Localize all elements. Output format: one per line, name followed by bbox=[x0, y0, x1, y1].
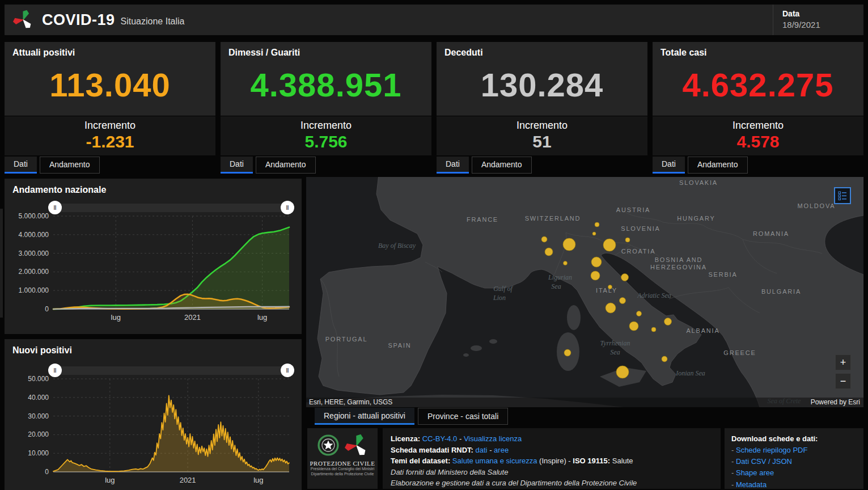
zoom-in-button[interactable]: + bbox=[835, 354, 851, 370]
country-label: ALBANIA bbox=[686, 327, 719, 334]
tab-dati[interactable]: Dati bbox=[221, 157, 253, 174]
rndt-line: Scheda metadati RNDT: dati - aree bbox=[391, 445, 713, 456]
zoom-out-button[interactable]: − bbox=[835, 373, 851, 389]
data-source-line: Dati forniti dal Ministero della Salute bbox=[391, 467, 713, 478]
tab-province-casi-totali[interactable]: Province - casi totali bbox=[418, 408, 508, 425]
country-label: GREECE bbox=[723, 349, 756, 356]
sea-label: Gulf of bbox=[493, 285, 513, 293]
legend-list-icon bbox=[837, 191, 848, 201]
svg-text:lug: lug bbox=[111, 313, 121, 322]
separator: - bbox=[489, 446, 492, 454]
region-bubble[interactable] bbox=[595, 222, 599, 227]
tab-andamento[interactable]: Andamento bbox=[688, 157, 748, 174]
country-label: MOLDOVA bbox=[798, 202, 836, 209]
region-bubble[interactable] bbox=[651, 327, 656, 332]
country-label: SWITZERLAND bbox=[525, 215, 581, 222]
region-bubble[interactable] bbox=[620, 298, 626, 304]
protezione-civile-logo-icon bbox=[12, 9, 34, 31]
tab-regioni-attuali-positivi[interactable]: Regioni - attuali positivi bbox=[315, 408, 414, 425]
svg-text:40.000: 40.000 bbox=[28, 394, 49, 402]
region-bubble[interactable] bbox=[603, 239, 616, 251]
license-label: Licenza: bbox=[391, 434, 420, 443]
map-panel[interactable]: SLOVAKIAMOLDOVAAUSTRIAHUNGARYFRANCESWITZ… bbox=[306, 177, 863, 407]
svg-text:10.000: 10.000 bbox=[28, 449, 49, 457]
region-bubble[interactable] bbox=[637, 311, 642, 316]
footer-info-panel: Licenza: CC-BY-4.0 - Visualizza licenza … bbox=[383, 428, 721, 489]
region-bubble[interactable] bbox=[545, 248, 553, 256]
view-license-link[interactable]: Visualizza licenza bbox=[464, 434, 522, 443]
region-bubble[interactable] bbox=[616, 366, 629, 378]
region-bubble[interactable] bbox=[606, 303, 616, 313]
page-title: COVID-19 bbox=[42, 11, 115, 29]
legend-button[interactable] bbox=[834, 187, 851, 204]
card-value: 4.388.951 bbox=[228, 66, 424, 104]
region-bubble[interactable] bbox=[664, 318, 672, 326]
download-pdf-link[interactable]: Schede riepilogo PDF bbox=[736, 446, 807, 454]
separator: - bbox=[459, 434, 461, 443]
card-totale-casi: Totale casi 4.632.275 Incremento 4.578 bbox=[653, 42, 863, 155]
island-mallorca bbox=[471, 345, 482, 351]
region-bubble[interactable] bbox=[592, 232, 596, 235]
svg-text:0: 0 bbox=[45, 305, 49, 313]
sea-label: Ionian Sea bbox=[675, 369, 705, 377]
svg-text:2021: 2021 bbox=[180, 476, 196, 484]
region-bubble[interactable] bbox=[591, 257, 602, 267]
country-label: ITALY bbox=[596, 287, 617, 294]
card-label: Totale casi bbox=[660, 48, 856, 58]
svg-text:0: 0 bbox=[45, 468, 49, 476]
region-bubble[interactable] bbox=[563, 238, 575, 251]
org-subtitle-2: Dipartimento della Protezione Civile bbox=[307, 472, 378, 477]
svg-text:5.000.000: 5.000.000 bbox=[19, 212, 49, 220]
sea-label: Sea bbox=[551, 282, 561, 290]
attribution-text: Esri, HERE, Garmin, USGS bbox=[309, 398, 392, 407]
region-bubble[interactable] bbox=[662, 356, 667, 362]
increment-value: 5.756 bbox=[221, 132, 431, 151]
stat-cards-row: Attuali positivi 113.040 Incremento -1.2… bbox=[5, 42, 863, 174]
protezione-civile-star-icon bbox=[344, 432, 369, 459]
country-label: BOSNIA AND bbox=[655, 256, 703, 263]
tab-andamento[interactable]: Andamento bbox=[256, 157, 316, 174]
increment-value: -1.231 bbox=[5, 132, 215, 151]
svg-text:4.000.000: 4.000.000 bbox=[19, 231, 49, 239]
region-bubble[interactable] bbox=[608, 285, 612, 289]
tab-dati[interactable]: Dati bbox=[437, 157, 469, 174]
country-label: AUSTRIA bbox=[616, 206, 650, 213]
europe-map[interactable]: SLOVAKIAMOLDOVAAUSTRIAHUNGARYFRANCESWITZ… bbox=[306, 177, 863, 407]
download-metadata-link[interactable]: Metadata bbox=[736, 480, 767, 489]
download-shape-link[interactable]: Shape aree bbox=[736, 468, 774, 477]
app-header: COVID-19 Situazione Italia Data 18/9/202… bbox=[5, 5, 863, 35]
country-label: FRANCE bbox=[467, 216, 498, 223]
rndt-label: Scheda metadati RNDT: bbox=[391, 446, 473, 454]
increment-label: Incremento bbox=[653, 120, 863, 132]
tab-andamento[interactable]: Andamento bbox=[472, 157, 532, 174]
temi-link[interactable]: Salute umana e sicurezza bbox=[452, 457, 537, 465]
region-bubble[interactable] bbox=[564, 349, 571, 356]
svg-text:lug: lug bbox=[253, 476, 263, 484]
country-label: BULGARIA bbox=[761, 288, 801, 295]
card-dimessi-guariti: Dimessi / Guariti 4.388.951 Incremento 5… bbox=[221, 42, 431, 155]
region-bubble[interactable] bbox=[625, 238, 630, 242]
region-bubble[interactable] bbox=[541, 236, 547, 242]
map-tabs: Regioni - attuali positivi Province - ca… bbox=[315, 408, 508, 425]
rndt-dati-link[interactable]: dati bbox=[476, 446, 488, 454]
license-link[interactable]: CC-BY-4.0 bbox=[422, 434, 458, 443]
carousel-edge bbox=[0, 209, 3, 318]
card-label: Deceduti bbox=[444, 48, 640, 58]
country-label: PORTUGAL bbox=[325, 336, 368, 343]
region-bubble[interactable] bbox=[591, 271, 600, 280]
country-label: SLOVENIA bbox=[621, 225, 660, 232]
chart-title: Andamento nazionale bbox=[5, 179, 302, 195]
card-label: Attuali positivi bbox=[12, 48, 208, 58]
tab-andamento[interactable]: Andamento bbox=[40, 157, 100, 174]
tab-dati[interactable]: Dati bbox=[653, 157, 685, 174]
iso-label: ISO 19115: bbox=[573, 457, 610, 465]
region-bubble[interactable] bbox=[629, 322, 638, 331]
region-bubble[interactable] bbox=[621, 274, 629, 281]
region-bubble[interactable] bbox=[564, 261, 568, 265]
rndt-aree-link[interactable]: aree bbox=[494, 446, 509, 454]
download-csv-json-link[interactable]: Dati CSV / JSON bbox=[736, 457, 792, 466]
download-item: - Dati CSV / JSON bbox=[731, 456, 857, 467]
sea-label: Lion bbox=[493, 294, 506, 302]
page-subtitle: Situazione Italia bbox=[121, 16, 185, 27]
tab-dati[interactable]: Dati bbox=[5, 157, 37, 174]
